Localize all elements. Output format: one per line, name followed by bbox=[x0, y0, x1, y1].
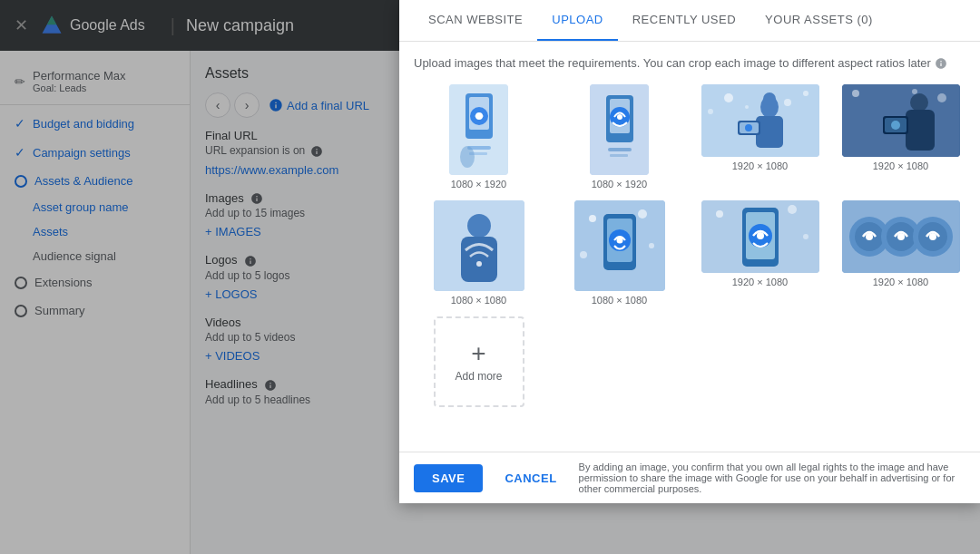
image-dimensions-3: 1920 × 1080 bbox=[732, 160, 788, 171]
svg-point-6 bbox=[475, 112, 483, 120]
svg-point-14 bbox=[617, 114, 622, 120]
image-thumbnail-2 bbox=[590, 84, 649, 175]
image-thumbnail-4 bbox=[842, 84, 960, 157]
tab-recently-used[interactable]: RECENTLY USED bbox=[618, 0, 750, 41]
modal-footer: SAVE CANCEL By adding an image, you conf… bbox=[399, 452, 980, 503]
save-button[interactable]: SAVE bbox=[414, 464, 483, 492]
main-layout: ✏ Performance Max Goal: Leads ✓ Budget a… bbox=[0, 51, 980, 554]
svg-point-68 bbox=[929, 233, 936, 240]
svg-point-58 bbox=[757, 232, 764, 239]
list-item[interactable]: 1080 × 1920 bbox=[414, 84, 544, 190]
svg-point-45 bbox=[649, 243, 654, 248]
landscape-person-illus-1 bbox=[701, 84, 819, 157]
image-dimensions-2: 1080 × 1920 bbox=[592, 179, 647, 190]
list-item[interactable]: 1920 × 1080 bbox=[695, 200, 825, 306]
tab-upload[interactable]: UPLOAD bbox=[537, 0, 617, 41]
svg-point-43 bbox=[589, 215, 596, 222]
modal-overlay: SCAN WEBSITE UPLOAD RECENTLY USED YOUR A… bbox=[0, 0, 980, 554]
svg-point-41 bbox=[476, 261, 482, 267]
list-item[interactable]: 1920 × 1080 bbox=[836, 200, 965, 306]
add-more-box[interactable]: + Add more bbox=[434, 316, 524, 407]
svg-point-20 bbox=[803, 91, 808, 96]
image-thumbnail-6 bbox=[574, 200, 665, 291]
add-more-label: Add more bbox=[455, 370, 502, 383]
desc-info-icon bbox=[935, 57, 947, 70]
tab-your-assets[interactable]: YOUR ASSETS (0) bbox=[750, 0, 887, 41]
svg-point-30 bbox=[852, 90, 859, 97]
svg-point-9 bbox=[460, 146, 475, 168]
svg-point-46 bbox=[580, 251, 587, 258]
image-dimensions-1: 1080 × 1920 bbox=[451, 179, 506, 190]
add-more-plus-icon: + bbox=[471, 341, 485, 366]
images-grid: 1080 × 1920 bbox=[414, 84, 965, 190]
images-grid-row2: 1080 × 1080 bbox=[414, 200, 965, 306]
modal-body: Upload images that meet the requirements… bbox=[399, 42, 980, 452]
svg-point-52 bbox=[716, 210, 723, 218]
cancel-button[interactable]: CANCEL bbox=[494, 464, 567, 492]
svg-point-44 bbox=[638, 209, 647, 219]
svg-point-32 bbox=[912, 89, 917, 94]
svg-point-65 bbox=[897, 233, 905, 240]
svg-point-54 bbox=[803, 234, 808, 239]
list-item[interactable]: 1080 × 1080 bbox=[414, 200, 544, 306]
image-dimensions-7: 1920 × 1080 bbox=[732, 277, 788, 287]
svg-rect-16 bbox=[610, 154, 628, 157]
svg-rect-34 bbox=[906, 110, 935, 151]
image-dimensions-6: 1080 × 1080 bbox=[592, 295, 647, 306]
svg-point-28 bbox=[745, 124, 752, 131]
image-thumbnail-3 bbox=[701, 84, 819, 157]
image-thumbnail-1 bbox=[449, 84, 508, 175]
modal-tabs: SCAN WEBSITE UPLOAD RECENTLY USED YOUR A… bbox=[399, 0, 980, 42]
add-more-row: + Add more bbox=[414, 316, 965, 407]
landscape-icons-illus bbox=[842, 200, 960, 273]
square-person-illus bbox=[434, 200, 524, 291]
landscape-person-illus-2 bbox=[842, 84, 960, 157]
image-thumbnail-8 bbox=[842, 200, 960, 273]
list-item[interactable]: 1920 × 1080 bbox=[836, 84, 965, 190]
svg-point-50 bbox=[616, 238, 622, 244]
svg-point-62 bbox=[866, 233, 873, 240]
svg-point-39 bbox=[467, 214, 491, 238]
tab-scan-website[interactable]: SCAN WEBSITE bbox=[414, 0, 537, 41]
image-dimensions-5: 1080 × 1080 bbox=[451, 295, 506, 306]
svg-point-21 bbox=[708, 109, 713, 114]
svg-point-33 bbox=[910, 93, 928, 112]
svg-point-31 bbox=[937, 93, 946, 102]
square-phone-snow-illus bbox=[574, 200, 665, 291]
add-more-item[interactable]: + Add more bbox=[414, 316, 544, 407]
upload-modal: SCAN WEBSITE UPLOAD RECENTLY USED YOUR A… bbox=[399, 0, 980, 503]
portrait-phone-illus-1 bbox=[449, 84, 508, 175]
svg-point-22 bbox=[745, 105, 749, 109]
list-item[interactable]: 1080 × 1080 bbox=[554, 200, 684, 306]
image-dimensions-4: 1920 × 1080 bbox=[873, 160, 928, 171]
svg-point-24 bbox=[763, 92, 776, 105]
svg-point-19 bbox=[784, 99, 791, 106]
list-item[interactable]: 1080 × 1920 bbox=[554, 84, 684, 190]
svg-point-53 bbox=[788, 205, 797, 214]
image-thumbnail-7 bbox=[701, 200, 819, 273]
svg-point-37 bbox=[891, 121, 900, 130]
image-dimensions-8: 1920 × 1080 bbox=[873, 277, 928, 287]
svg-point-18 bbox=[724, 93, 733, 102]
list-item[interactable]: 1920 × 1080 bbox=[695, 84, 825, 190]
svg-rect-15 bbox=[608, 148, 632, 151]
image-thumbnail-5 bbox=[434, 200, 524, 291]
landscape-phone-illus bbox=[701, 200, 819, 273]
footer-legal-text: By adding an image, you confirm that you… bbox=[579, 462, 965, 494]
modal-description: Upload images that meet the requirements… bbox=[414, 56, 965, 70]
portrait-phone-illus-2 bbox=[590, 84, 649, 175]
